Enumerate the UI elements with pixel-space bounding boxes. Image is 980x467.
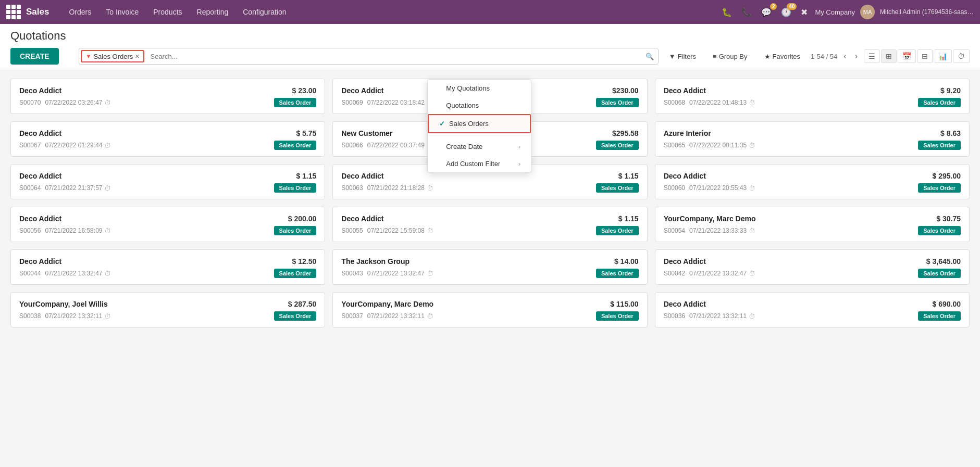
card-meta: S00060 07/21/2022 20:55:43 ⏱ bbox=[664, 184, 755, 192]
filter-my-quotations[interactable]: My Quotations bbox=[428, 80, 531, 97]
filters-button[interactable]: ▼ Filters bbox=[663, 49, 702, 64]
clock-icon: ⏱ bbox=[749, 142, 755, 149]
clock-view-button[interactable]: ⏱ bbox=[953, 49, 970, 63]
card-meta: S00056 07/21/2022 16:58:09 ⏱ bbox=[19, 227, 111, 235]
bug-icon[interactable]: 🐛 bbox=[720, 5, 734, 19]
card-header: Deco Addict $ 12.50 bbox=[19, 257, 316, 266]
card-item[interactable]: Deco Addict $ 1.15 S00055 07/21/2022 15:… bbox=[332, 207, 647, 242]
card-meta: S00068 07/22/2022 01:48:13 ⏱ bbox=[664, 99, 755, 107]
card-meta: S00042 07/21/2022 13:32:47 ⏱ bbox=[664, 270, 755, 277]
card-item[interactable]: Deco Addict $ 690.00 S00036 07/21/2022 1… bbox=[655, 292, 970, 327]
card-item[interactable]: YourCompany, Joel Willis $ 287.50 S00038… bbox=[10, 292, 325, 327]
company-selector[interactable]: My Company bbox=[815, 8, 855, 16]
card-item[interactable]: YourCompany, Marc Demo $ 30.75 S00054 07… bbox=[655, 207, 970, 242]
card-amount: $ 12.50 bbox=[292, 257, 317, 266]
card-item[interactable]: Azure Interior $ 8.63 S00065 07/22/2022 … bbox=[655, 121, 970, 157]
menu-products[interactable]: Products bbox=[146, 0, 189, 24]
menu-to-invoice[interactable]: To Invoice bbox=[98, 0, 146, 24]
next-page-button[interactable]: › bbox=[853, 51, 860, 62]
card-amount: $ 8.63 bbox=[940, 129, 961, 137]
card-name: Deco Addict bbox=[19, 129, 61, 137]
chat-icon[interactable]: 💬 2 bbox=[759, 5, 774, 19]
status-badge: Sales Order bbox=[274, 141, 317, 150]
group-by-button[interactable]: ≡ Group By bbox=[706, 49, 754, 64]
top-navigation: Sales Orders To Invoice Products Reporti… bbox=[0, 0, 980, 24]
card-footer: S00068 07/22/2022 01:48:13 ⏱ Sales Order bbox=[664, 98, 961, 107]
order-code: S00066 bbox=[341, 142, 363, 149]
card-meta: S00036 07/21/2022 13:32:11 ⏱ bbox=[664, 312, 755, 320]
card-meta: S00070 07/22/2022 03:26:47 ⏱ bbox=[19, 99, 111, 107]
card-name: Deco Addict bbox=[341, 214, 383, 223]
phone-icon[interactable]: 📞 bbox=[739, 5, 754, 19]
card-item[interactable]: Deco Addict $ 23.00 S00070 07/22/2022 03… bbox=[10, 79, 325, 114]
create-button[interactable]: CREATE bbox=[10, 48, 59, 65]
card-item[interactable]: Deco Addict $ 295.00 S00060 07/21/2022 2… bbox=[655, 164, 970, 199]
card-amount: $ 3,645.00 bbox=[926, 257, 961, 266]
card-item[interactable]: Deco Addict $ 1.15 S00064 07/21/2022 21:… bbox=[10, 164, 325, 199]
card-item[interactable]: The Jackson Group $ 14.00 S00043 07/21/2… bbox=[332, 249, 647, 285]
avatar[interactable]: MA bbox=[860, 5, 875, 19]
card-amount: $ 200.00 bbox=[288, 214, 317, 223]
status-badge: Sales Order bbox=[918, 226, 961, 235]
card-header: Deco Addict $ 1.15 bbox=[341, 214, 638, 223]
calendar-view-button[interactable]: 📅 bbox=[898, 49, 916, 63]
order-code: S00042 bbox=[664, 270, 685, 277]
card-item[interactable]: YourCompany, Marc Demo $ 115.00 S00037 0… bbox=[332, 292, 647, 327]
card-header: Deco Addict $ 1.15 bbox=[341, 172, 638, 180]
card-footer: S00038 07/21/2022 13:32:11 ⏱ Sales Order bbox=[19, 311, 316, 321]
table-view-button[interactable]: ⊟ bbox=[917, 49, 933, 63]
order-code: S00065 bbox=[664, 142, 685, 149]
card-name: Deco Addict bbox=[19, 172, 61, 180]
list-view-button[interactable]: ☰ bbox=[864, 49, 880, 63]
status-badge: Sales Order bbox=[596, 183, 639, 193]
settings-icon[interactable]: ✖ bbox=[799, 5, 810, 19]
filter-sales-orders[interactable]: ✓ Sales Orders bbox=[428, 114, 531, 133]
filter-add-custom[interactable]: Add Custom Filter › bbox=[428, 155, 531, 172]
arrow-icon: › bbox=[518, 143, 520, 150]
clock-icon: ⏱ bbox=[749, 227, 755, 235]
menu-orders[interactable]: Orders bbox=[61, 0, 98, 24]
clock-icon: ⏱ bbox=[749, 99, 755, 107]
order-code: S00068 bbox=[664, 99, 685, 106]
app-grid-icon[interactable] bbox=[6, 5, 21, 19]
search-input[interactable] bbox=[146, 51, 641, 62]
prev-page-button[interactable]: ‹ bbox=[841, 51, 848, 62]
card-footer: S00070 07/22/2022 03:26:47 ⏱ Sales Order bbox=[19, 98, 316, 107]
card-item[interactable]: Deco Addict $ 200.00 S00056 07/21/2022 1… bbox=[10, 207, 325, 242]
chart-view-button[interactable]: 📊 bbox=[934, 49, 952, 63]
menu-configuration[interactable]: Configuration bbox=[235, 0, 293, 24]
card-item[interactable]: Deco Addict $ 12.50 S00044 07/21/2022 13… bbox=[10, 249, 325, 285]
kanban-view-button[interactable]: ⊞ bbox=[881, 49, 897, 63]
card-item[interactable]: Deco Addict $ 9.20 S00068 07/22/2022 01:… bbox=[655, 79, 970, 114]
app-name[interactable]: Sales bbox=[26, 7, 49, 17]
search-bar: ▼ Sales Orders × 🔍 bbox=[79, 48, 659, 65]
card-item[interactable]: Deco Addict $ 3,645.00 S00042 07/21/2022… bbox=[655, 249, 970, 285]
order-code: S00067 bbox=[19, 142, 41, 149]
card-item[interactable]: Deco Addict $ 5.75 S00067 07/22/2022 01:… bbox=[10, 121, 325, 157]
card-name: Deco Addict bbox=[664, 86, 706, 95]
clock-icon: ⏱ bbox=[104, 227, 111, 235]
favorites-button[interactable]: ★ Favorites bbox=[758, 49, 807, 64]
clock-icon: ⏱ bbox=[749, 184, 755, 192]
card-name: YourCompany, Joel Willis bbox=[19, 300, 108, 308]
order-code: S00060 bbox=[664, 184, 685, 192]
card-name: Deco Addict bbox=[664, 257, 706, 266]
card-header: Deco Addict $ 200.00 bbox=[19, 214, 316, 223]
order-code: S00056 bbox=[19, 227, 41, 234]
arrow-icon-2: › bbox=[518, 160, 520, 168]
clock-icon[interactable]: 🕐 40 bbox=[779, 5, 793, 19]
menu-reporting[interactable]: Reporting bbox=[190, 0, 236, 24]
filter-my-quotations-label: My Quotations bbox=[446, 84, 490, 92]
status-badge: Sales Order bbox=[918, 98, 961, 107]
filter-remove-button[interactable]: × bbox=[135, 52, 139, 60]
clock-icon: ⏱ bbox=[427, 270, 433, 277]
filter-quotations[interactable]: Quotations bbox=[428, 97, 531, 114]
clock-icon: ⏱ bbox=[749, 312, 755, 320]
filter-icon: ▼ bbox=[669, 53, 676, 60]
search-icon[interactable]: 🔍 bbox=[641, 51, 658, 62]
clock-icon: ⏱ bbox=[104, 312, 111, 320]
card-footer: S00056 07/21/2022 16:58:09 ⏱ Sales Order bbox=[19, 226, 316, 235]
card-meta: S00069 07/22/2022 03:18:42 ⏱ bbox=[341, 99, 433, 107]
filter-create-date[interactable]: Create Date › bbox=[428, 138, 531, 155]
card-header: YourCompany, Marc Demo $ 30.75 bbox=[664, 214, 961, 223]
